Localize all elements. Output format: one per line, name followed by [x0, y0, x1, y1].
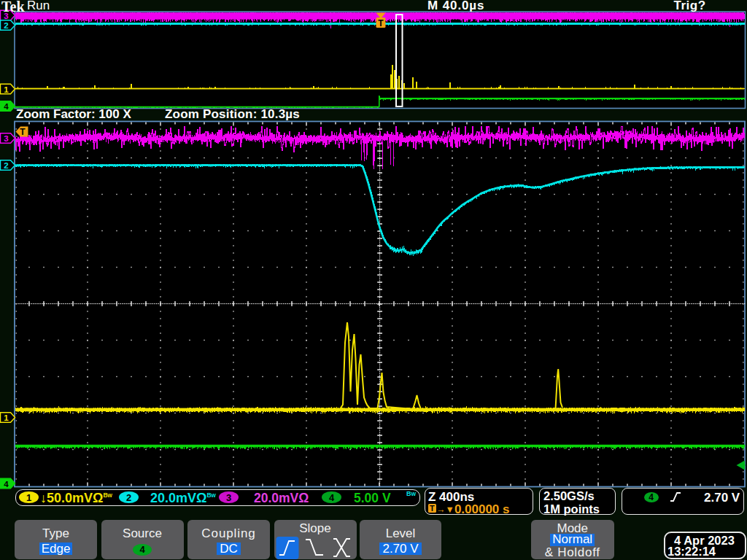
svg-text:3: 3 — [4, 134, 8, 143]
svg-text:4: 4 — [4, 480, 9, 489]
svg-text:4: 4 — [4, 102, 9, 111]
svg-text:1: 1 — [4, 85, 9, 94]
svg-text:2: 2 — [4, 21, 8, 30]
svg-text:1: 1 — [4, 413, 9, 422]
svg-text:T: T — [378, 18, 384, 28]
svg-text:2: 2 — [4, 161, 8, 170]
svg-text:T: T — [20, 127, 26, 137]
